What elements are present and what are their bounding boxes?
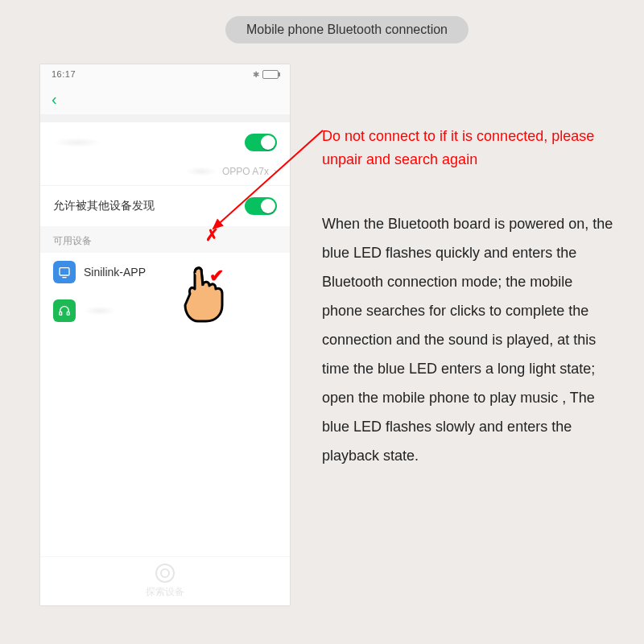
warning-text: Do not connect to if it is connected, pl…: [322, 125, 628, 171]
headset-icon: [53, 299, 76, 322]
phone-mockup: 16:17 ✱ ‹ OPPO A7x › 允许被其他设备发现 可用设备 Sini…: [40, 64, 290, 605]
discoverable-row[interactable]: 允许被其他设备发现: [40, 185, 290, 226]
device-other-row[interactable]: [40, 291, 290, 330]
title-text: Mobile phone Bluetooth connection: [246, 23, 448, 37]
discoverable-label: 允许被其他设备发现: [53, 199, 155, 213]
discover-icon: [155, 564, 175, 583]
phone-model-text: OPPO A7x: [222, 166, 269, 177]
status-time: 16:17: [52, 69, 76, 79]
divider: [40, 114, 290, 122]
warning-text-content: Do not connect to if it is connected, pl…: [322, 128, 594, 167]
section-header-text: 可用设备: [53, 235, 92, 246]
hand-pointer-icon: [175, 262, 232, 326]
x-mark-icon: ✗: [205, 225, 219, 245]
navbar: ‹: [40, 84, 290, 114]
chevron-right-icon: ›: [274, 166, 277, 177]
blurred-label: [185, 167, 217, 176]
battery-icon: [262, 70, 279, 79]
body-text-content: When the Bluetooth board is powered on, …: [322, 216, 613, 464]
title-pill: Mobile phone Bluetooth connection: [225, 16, 469, 43]
bottom-nav: 探索设备: [40, 556, 290, 605]
device-icon: [53, 261, 76, 283]
bluetooth-toggle-row[interactable]: [40, 122, 290, 163]
device-sinilink-row[interactable]: Sinilink-APP: [40, 253, 290, 291]
svg-rect-0: [60, 268, 69, 275]
section-header: 可用设备: [40, 226, 290, 253]
device-label: Sinilink-APP: [84, 266, 146, 279]
toggle-on-icon[interactable]: [245, 197, 277, 215]
body-text: When the Bluetooth board is powered on, …: [322, 209, 616, 470]
status-bar: 16:17 ✱: [40, 64, 290, 84]
phone-model-row: OPPO A7x ›: [40, 163, 290, 185]
status-right: ✱: [253, 70, 279, 79]
svg-rect-2: [67, 312, 69, 315]
blurred-label: [53, 138, 101, 147]
bottom-nav-label: 探索设备: [146, 585, 184, 599]
blurred-label: [84, 306, 116, 316]
toggle-on-icon[interactable]: [245, 134, 277, 151]
svg-rect-1: [60, 312, 62, 315]
back-icon[interactable]: ‹: [52, 90, 57, 109]
bluetooth-icon: ✱: [253, 70, 259, 79]
